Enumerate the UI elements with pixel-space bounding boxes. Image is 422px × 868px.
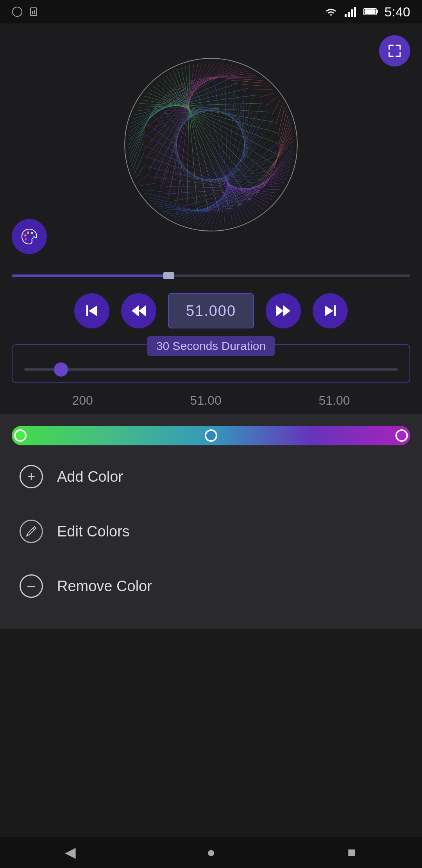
values-row: 200 51.00 51.00 <box>0 387 422 414</box>
menu-section: + Add Color Edit Colors − Remove Color <box>0 445 422 629</box>
duration-tooltip: 30 Seconds Duration <box>147 336 275 356</box>
svg-line-172 <box>151 108 204 145</box>
svg-line-87 <box>153 86 275 165</box>
svg-rect-218 <box>334 305 336 316</box>
svg-rect-7 <box>354 7 356 17</box>
svg-point-212 <box>24 234 27 237</box>
home-button[interactable]: ● <box>195 837 227 868</box>
svg-line-68 <box>130 120 148 162</box>
svg-point-216 <box>25 238 27 240</box>
viz-area <box>0 23 422 266</box>
svg-point-0 <box>13 7 22 16</box>
svg-line-61 <box>142 190 163 192</box>
edit-colors-label: Edit Colors <box>57 523 130 540</box>
svg-line-57 <box>153 203 201 211</box>
home-icon: ● <box>207 844 215 861</box>
svg-line-102 <box>149 62 211 171</box>
add-color-item[interactable]: + Add Color <box>0 449 422 504</box>
svg-line-122 <box>276 103 283 125</box>
svg-line-195 <box>224 90 249 147</box>
rewind-button[interactable] <box>121 293 156 328</box>
gradient-stop-center[interactable] <box>205 429 217 442</box>
svg-line-117 <box>241 84 269 86</box>
status-left <box>12 6 39 17</box>
svg-line-170 <box>151 109 199 154</box>
gradient-bar[interactable] <box>12 426 410 445</box>
recent-button[interactable]: ■ <box>336 837 367 868</box>
skip-back-icon <box>83 302 100 319</box>
gradient-stop-left[interactable] <box>14 429 27 442</box>
svg-rect-9 <box>376 10 378 13</box>
svg-line-70 <box>129 102 159 153</box>
svg-point-215 <box>33 236 35 238</box>
fast-forward-button[interactable] <box>266 293 301 328</box>
skip-forward-button[interactable] <box>313 293 348 328</box>
circle-icon <box>12 6 23 17</box>
value-1: 200 <box>72 393 93 408</box>
svg-line-62 <box>139 183 156 186</box>
svg-line-63 <box>138 174 150 182</box>
fullscreen-button[interactable] <box>379 35 410 66</box>
playback-slider[interactable] <box>12 274 410 277</box>
svg-line-116 <box>231 80 266 83</box>
palette-button[interactable] <box>12 219 47 254</box>
color-section <box>0 414 422 445</box>
svg-line-60 <box>144 193 171 199</box>
signal-icon <box>344 6 357 17</box>
duration-thumb <box>54 362 68 377</box>
svg-line-108 <box>154 66 236 108</box>
svg-line-125 <box>277 115 288 158</box>
transport-controls: 51.000 <box>0 285 422 336</box>
wifi-icon <box>324 6 338 17</box>
svg-line-207 <box>231 124 260 177</box>
svg-rect-4 <box>345 14 347 17</box>
remove-color-item[interactable]: − Remove Color <box>0 559 422 613</box>
playback-fill <box>12 274 163 277</box>
battery-icon <box>363 6 378 17</box>
svg-line-206 <box>233 120 259 175</box>
svg-line-120 <box>266 96 278 106</box>
svg-line-109 <box>161 68 241 99</box>
edit-colors-icon <box>20 520 43 543</box>
edit-colors-item[interactable]: Edit Colors <box>0 504 422 559</box>
back-button[interactable]: ◀ <box>55 837 86 868</box>
value-3: 51.00 <box>319 393 350 408</box>
time-value: 51.000 <box>186 303 236 319</box>
playback-slider-container <box>0 266 422 285</box>
svg-line-118 <box>251 90 272 90</box>
spirograph-canvas <box>117 51 305 239</box>
svg-line-95 <box>181 68 208 212</box>
svg-point-213 <box>27 231 29 234</box>
skip-back-button[interactable] <box>74 293 109 328</box>
playback-thumb <box>163 272 174 279</box>
svg-point-11 <box>125 58 297 231</box>
gradient-stop-right[interactable] <box>395 429 408 442</box>
bottom-nav: ◀ ● ■ <box>0 837 422 868</box>
svg-rect-10 <box>365 9 376 14</box>
status-time: 5:40 <box>384 4 410 20</box>
svg-line-210 <box>223 136 263 180</box>
svg-rect-2 <box>32 11 33 14</box>
duration-slider[interactable] <box>24 368 398 371</box>
svg-line-66 <box>132 142 143 170</box>
duration-tooltip-text: 30 Seconds Duration <box>156 339 266 352</box>
fullscreen-icon <box>387 43 402 59</box>
pencil-icon <box>25 525 38 538</box>
svg-point-214 <box>31 232 33 234</box>
svg-line-47 <box>190 151 278 224</box>
svg-line-85 <box>147 93 279 143</box>
skip-forward-icon <box>322 302 339 319</box>
svg-line-92 <box>170 73 240 206</box>
time-display: 51.000 <box>168 293 254 328</box>
svg-line-115 <box>221 78 263 81</box>
svg-line-123 <box>278 107 284 136</box>
svg-line-119 <box>259 93 275 97</box>
svg-rect-217 <box>86 305 88 316</box>
svg-line-44 <box>202 119 274 227</box>
recent-icon: ■ <box>347 844 356 861</box>
fast-forward-icon <box>275 302 292 319</box>
status-bar: 5:40 <box>0 0 422 23</box>
remove-color-icon: − <box>20 574 43 598</box>
status-right: 5:40 <box>324 4 410 20</box>
back-icon: ◀ <box>65 844 76 861</box>
